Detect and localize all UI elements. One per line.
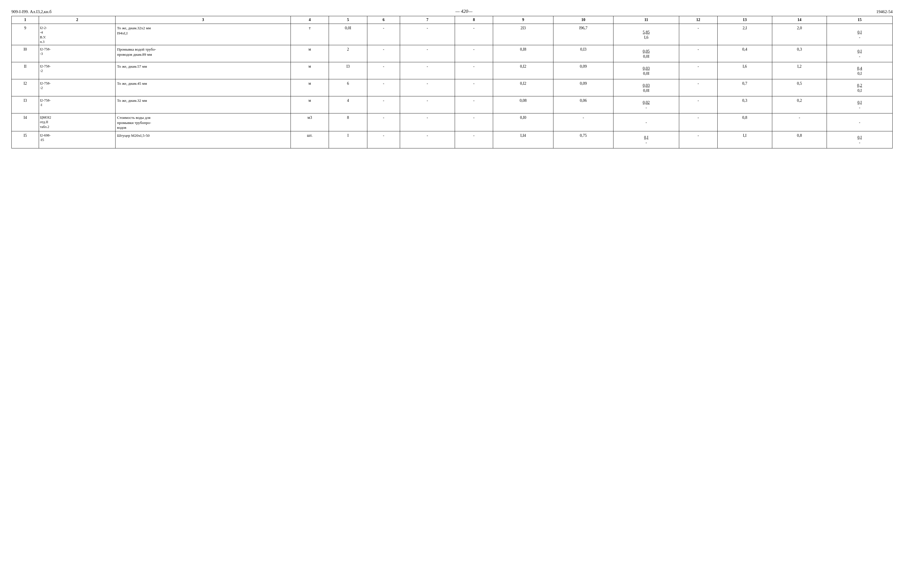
row-c8: - [455,131,493,148]
header-center: — 420— [455,8,473,14]
row-num: I3 [12,96,39,114]
row-c15: 0,20,I [827,79,893,96]
page-header: 909-I-I99. Ал.I3,2,кн.б — 420— 19462-54 [11,8,893,14]
row-c14: I,2 [772,62,827,79]
col-6: 6 [367,16,400,24]
col-11: 11 [613,16,679,24]
row-code: I2-758- -2 [39,62,115,79]
row-c14: 0,3 [772,45,827,62]
row-c10: 0,09 [553,79,613,96]
row-c8: - [455,79,493,96]
row-code: I2-2- -4 В.У. п.3 [39,24,115,45]
row-c12: - [679,131,718,148]
row-c7: - [400,79,455,96]
row-c7: - [400,96,455,114]
row-desc: Стоимость воды для промывки трубопро- во… [115,114,291,131]
table-row: III2-758- -2То же, диам.57 мммI3---0,I20… [12,62,893,79]
col-5: 5 [329,16,367,24]
row-c10: 0,I3 [553,45,613,62]
row-unit: м [291,62,329,79]
row-c6: - [367,79,400,96]
row-desc: То же, диам.45 мм [115,79,291,96]
row-num: I5 [12,131,39,148]
row-c14: 2,0 [772,24,827,45]
row-c9: 2I3 [493,24,553,45]
row-code: I2-758- -2 [39,79,115,96]
col-13: 13 [718,16,772,24]
header-right: 19462-54 [876,9,893,14]
row-c15: 0,I- [827,96,893,114]
row-c8: - [455,45,493,62]
col-10: 10 [553,16,613,24]
row-c5: 2 [329,45,367,62]
row-desc: То же, диам.32 мм [115,96,291,114]
row-c11: 0,I- [613,131,679,148]
row-c13: 0,8 [718,114,772,131]
row-c5: 0,0I [329,24,367,45]
row-c8: - [455,62,493,79]
row-c8: - [455,96,493,114]
row-c7: - [400,114,455,131]
row-c6: - [367,131,400,148]
row-c9: 0,I2 [493,79,553,96]
row-code: I2-758- -3 [39,45,115,62]
row-c9: 0,08 [493,96,553,114]
row-c14: 0,2 [772,96,827,114]
row-c8: - [455,24,493,45]
row-c15: 0,40,I [827,62,893,79]
row-c13: 0,3 [718,96,772,114]
table-row: I3I2-758- -IТо же, диам.32 ммм4---0,080,… [12,96,893,114]
table-row: I5I2-698- -I5Штуцер М20хI,5-50шт.I---I,I… [12,131,893,148]
col-12: 12 [679,16,718,24]
row-c13: 0,7 [718,79,772,96]
row-c15: 0,I- [827,24,893,45]
row-c6: - [367,45,400,62]
row-c15: 0,I- [827,45,893,62]
row-desc: То же, диам.32х2 мм I94хI,I [115,24,291,45]
col-1: 1 [12,16,39,24]
row-num: II [12,62,39,79]
header-row: 1 2 3 4 5 6 7 8 9 10 11 12 13 14 15 [12,16,893,24]
row-c7: - [400,24,455,45]
col-9: 9 [493,16,553,24]
row-c14: 0,5 [772,79,827,96]
col-3: 3 [115,16,291,24]
row-c11: 0,02- [613,96,679,114]
row-num: I0 [12,45,39,62]
row-c6: - [367,62,400,79]
row-c6: - [367,24,400,45]
row-c10: - [553,114,613,131]
row-code: I2-698- -I5 [39,131,115,148]
row-c7: - [400,131,455,148]
row-c10: 0,75 [553,131,613,148]
row-code: I2-758- -I [39,96,115,114]
row-c9: 0,I0 [493,114,553,131]
row-desc: Промывка водой трубо- проводов диам.89 м… [115,45,291,62]
row-num: I2 [12,79,39,96]
row-c5: 6 [329,79,367,96]
table-row: I2I2-758- -2То же, диам.45 ммм6---0,I20,… [12,79,893,96]
row-c5: I3 [329,62,367,79]
row-desc: Штуцер М20хI,5-50 [115,131,291,148]
row-c11: 0,030,0I [613,79,679,96]
row-c11: - [613,114,679,131]
col-2: 2 [39,16,115,24]
row-c13: I,6 [718,62,772,79]
row-c5: 4 [329,96,367,114]
row-desc: То же, диам.57 мм [115,62,291,79]
row-c15: - [827,114,893,131]
row-unit: м3 [291,114,329,131]
row-c9: 0,I2 [493,62,553,79]
row-c5: 8 [329,114,367,131]
row-unit: т [291,24,329,45]
table-row: I0I2-758- -3Промывка водой трубо- провод… [12,45,893,62]
table-row: I4ЦМОI2 отд.II табл.2Стоимость воды для … [12,114,893,131]
row-c6: - [367,114,400,131]
col-7: 7 [400,16,455,24]
row-c12: - [679,62,718,79]
row-c7: - [400,62,455,79]
row-c11: 0,050,0I [613,45,679,62]
row-c5: I [329,131,367,148]
row-c13: 2,I [718,24,772,45]
row-unit: м [291,96,329,114]
